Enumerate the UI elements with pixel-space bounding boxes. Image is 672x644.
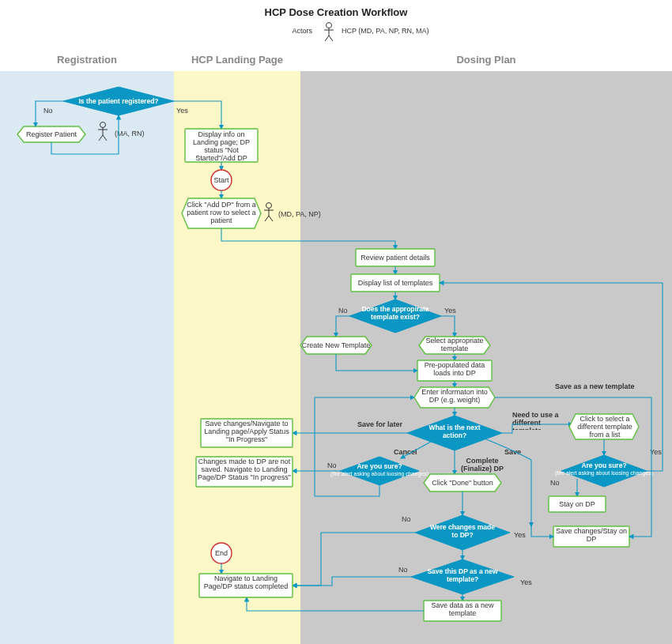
process-save-data-template: Save data as a new template [424, 601, 501, 621]
process-navigate-completed: Navigate to Landing Page/DP status compl… [199, 574, 293, 597]
label-no: No [550, 479, 560, 487]
page-title: HCP Dose Creation Workflow [265, 6, 409, 18]
process-display-templates: Display list of templates [351, 274, 440, 292]
svg-text:Register Patient: Register Patient [26, 130, 77, 138]
svg-text:(fire alert asking about loosi: (fire alert asking about loosing changes… [555, 470, 653, 476]
svg-text:(fire alert asking about loosi: (fire alert asking about loosing changes… [330, 471, 428, 477]
label-no: No [43, 107, 53, 115]
label-complete: Complete (Finalize) DP [451, 457, 514, 473]
svg-text:Is the patient registered?: Is the patient registered? [78, 97, 158, 105]
svg-text:End: End [215, 549, 228, 557]
action-select-template: Select appropriate template [419, 337, 490, 354]
action-click-done: Click "Done" button [424, 474, 501, 491]
svg-text:Start: Start [213, 176, 229, 184]
svg-text:Are you sure?: Are you sure? [581, 461, 626, 469]
svg-text:Are you sure?: Are you sure? [357, 462, 402, 470]
process-review-patient: Review patient details [356, 249, 435, 266]
label-yes: Yes [520, 578, 532, 586]
action-click-add-dp: Click "Add DP" from a patient row to sel… [182, 198, 261, 228]
svg-point-0 [327, 23, 332, 28]
actors-label: Actors [292, 27, 312, 35]
label-no: No [402, 515, 411, 523]
svg-text:Review patient details: Review patient details [361, 254, 430, 262]
label-save-as-new: Save as a new template [555, 382, 635, 390]
terminator-end: End [211, 543, 232, 563]
lane-dosing-bg [300, 71, 672, 644]
process-save-stay: Save changes/Stay on DP [553, 526, 629, 547]
actor-md-pa-np-label: (MD, PA, NP) [278, 210, 321, 218]
action-click-select-diff: Click to select a different template fro… [569, 414, 639, 439]
label-yes: Yes [176, 107, 188, 115]
lane-registration-title: Registration [57, 54, 117, 66]
label-need-diff: Need to use a different template [512, 411, 568, 430]
label-yes: Yes [514, 531, 526, 539]
process-prepopulated: Pre-populated data loads into DP [417, 360, 492, 381]
actor-icon [324, 23, 334, 42]
svg-line-3 [325, 36, 329, 41]
label-no: No [327, 461, 337, 469]
label-cancel: Cancel [394, 448, 417, 456]
svg-line-4 [329, 36, 333, 41]
actor-ma-rn-label: (MA, RN) [115, 130, 145, 137]
actors-value: HCP (MD, PA, NP, RN, MA) [342, 27, 429, 35]
svg-text:Click "Done" button: Click "Done" button [432, 479, 493, 487]
label-yes: Yes [444, 307, 456, 314]
process-display-landing: Display info on Landing page; DP status … [185, 129, 258, 162]
action-enter-info: Enter informaton into DP (e.g. weight) [414, 387, 495, 408]
process-save-navigate: Save changes/Navigate to Landing page/Ap… [201, 419, 293, 447]
label-save-for-later: Save for later [357, 420, 403, 428]
action-create-template: Create New Template [300, 337, 372, 354]
process-stay-on-dp: Stay on DP [549, 496, 606, 512]
svg-text:Stay on DP: Stay on DP [559, 500, 595, 508]
label-save: Save [504, 448, 521, 456]
terminator-start: Start [211, 170, 232, 190]
action-register-patient: Register Patient [17, 126, 85, 142]
process-changes-not-saved: Changes made to DP are not saved. Naviga… [196, 457, 293, 487]
svg-text:Display list of templates: Display list of templates [358, 279, 433, 287]
lane-registration-bg [0, 71, 174, 644]
lane-dosing-title: Dosing Plan [456, 54, 515, 66]
label-no: No [338, 307, 348, 314]
svg-text:Create New Template: Create New Template [302, 341, 370, 349]
lane-landing-title: HCP Landing Page [191, 54, 283, 66]
label-no: No [398, 566, 408, 574]
